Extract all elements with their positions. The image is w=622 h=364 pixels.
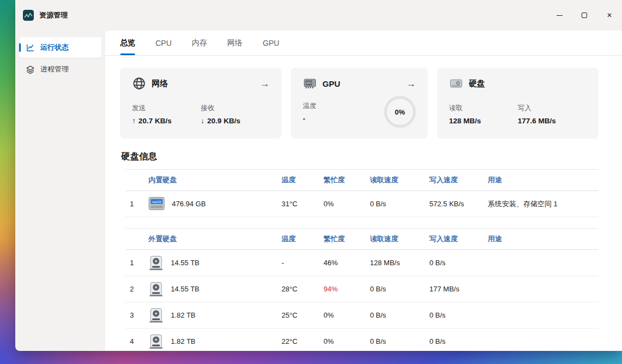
disk-busy: 0% — [324, 200, 370, 208]
window-controls: ✕ — [547, 0, 622, 31]
column-header-read-speed: 读取速度 — [370, 175, 429, 185]
disk-read-speed: 0 B/s — [370, 200, 429, 208]
send-label: 发送 — [132, 104, 201, 113]
tab-gpu[interactable]: GPU — [263, 31, 279, 55]
gpu-usage-gauge: 0% — [384, 96, 416, 128]
disk-temperature: 25°C — [282, 311, 324, 319]
disk-write-speed: 0 B/s — [429, 311, 488, 319]
hard-drive-icon — [449, 76, 463, 91]
disk-write-speed: 572.5 KB/s — [429, 200, 488, 208]
receive-value: 20.9 KB/s — [207, 117, 241, 125]
window-title: 资源管理 — [39, 10, 68, 20]
disk-temperature: 22°C — [282, 337, 324, 345]
gpu-temp-value: - — [303, 115, 306, 123]
disk-busy: 0% — [324, 311, 370, 319]
disk-usage: 系统安装、存储空间 1 — [488, 199, 599, 209]
sidebar: 运行状态 进程管理 — [15, 31, 105, 351]
tab-overview[interactable]: 总览 — [120, 31, 135, 55]
disk-capacity: 1.82 TB — [171, 311, 195, 319]
disk-read-speed: 0 B/s — [370, 337, 429, 345]
disk-capacity: 476.94 GB — [172, 200, 206, 208]
column-header-read-speed: 读取速度 — [370, 234, 429, 244]
row-index: 1 — [125, 200, 148, 208]
column-header-busy: 繁忙度 — [324, 175, 370, 185]
internal-disk-table-header: 内置硬盘 温度 繁忙度 读取速度 写入速度 用途 — [125, 169, 599, 191]
sidebar-item-label: 运行状态 — [40, 43, 69, 52]
disk-read-speed: 128 MB/s — [370, 259, 429, 267]
minimize-button[interactable] — [547, 0, 572, 31]
receive-label: 接收 — [201, 104, 270, 113]
internal-disk-icon: macOS — [148, 196, 165, 211]
disk-read-speed: 0 B/s — [370, 285, 429, 293]
titlebar[interactable]: 资源管理 ✕ — [15, 0, 622, 31]
disk-write-value: 177.6 MB/s — [518, 117, 556, 125]
close-button[interactable]: ✕ — [597, 0, 622, 31]
disk-card[interactable]: 硬盘 读取 128 MB/s 写入 177.6 MB/s — [437, 68, 599, 139]
minimize-icon — [557, 15, 563, 16]
maximize-button[interactable] — [572, 0, 597, 31]
table-row: 1 14.55 TB — [125, 250, 599, 276]
send-value: 20.7 KB/s — [139, 117, 172, 125]
disk-info-title: 硬盘信息 — [121, 151, 599, 163]
app-window: 资源管理 ✕ 运行状态 — [15, 0, 622, 351]
network-card-title: 网络 — [152, 79, 168, 89]
disk-read-label: 读取 — [449, 104, 518, 113]
svg-text:GPU: GPU — [306, 82, 312, 85]
tab-cpu[interactable]: CPU — [156, 31, 172, 55]
column-header-write-speed: 写入速度 — [429, 175, 488, 185]
sidebar-item-process-management[interactable]: 进程管理 — [19, 59, 101, 80]
external-disk-table-header: 外置硬盘 温度 繁忙度 读取速度 写入速度 用途 — [125, 228, 599, 250]
arrow-right-icon[interactable]: → — [260, 79, 270, 88]
table-row: 1 macOS 476.94 — [125, 191, 599, 217]
disk-write-speed: 177 MB/s — [429, 285, 488, 293]
arrow-right-icon[interactable]: → — [406, 79, 416, 88]
disk-write-speed: 0 B/s — [429, 337, 488, 345]
maximize-icon — [582, 13, 587, 18]
tab-bar: 总览 CPU 内存 网络 GPU — [105, 31, 622, 56]
disk-temperature: - — [282, 259, 324, 267]
disk-write-label: 写入 — [518, 104, 587, 113]
layers-icon — [26, 65, 35, 74]
column-header-usage: 用途 — [488, 175, 599, 185]
tab-network[interactable]: 网络 — [228, 31, 243, 55]
internal-disk-table: 内置硬盘 温度 繁忙度 读取速度 写入速度 用途 1 — [125, 169, 599, 217]
gpu-card-title: GPU — [322, 79, 340, 88]
globe-icon — [132, 76, 146, 91]
sidebar-item-label: 进程管理 — [40, 64, 69, 74]
disk-capacity: 1.82 TB — [171, 337, 195, 345]
gpu-chip-icon: GPU — [303, 76, 317, 91]
summary-cards: 网络 → 发送 ↑ 20.7 KB/s — [120, 68, 599, 139]
sidebar-item-running-status[interactable]: 运行状态 — [19, 37, 101, 58]
gpu-temp-label: 温度 — [303, 102, 372, 111]
table-row: 2 14.55 TB — [125, 276, 599, 302]
tab-memory[interactable]: 内存 — [192, 31, 207, 55]
row-index: 2 — [125, 285, 148, 293]
table-row: 3 1.82 TB — [125, 302, 599, 329]
column-header-temperature: 温度 — [282, 175, 324, 185]
svg-text:macOS: macOS — [152, 200, 162, 204]
disk-card-title: 硬盘 — [469, 79, 485, 89]
column-header-write-speed: 写入速度 — [429, 234, 488, 244]
app-icon — [23, 10, 34, 21]
row-index: 4 — [125, 337, 148, 345]
gpu-card[interactable]: GPU GPU → 温度 — [291, 68, 428, 139]
external-disk-icon — [148, 334, 164, 349]
line-chart-icon — [26, 43, 35, 52]
table-row: 4 1.82 TB — [125, 329, 599, 351]
disk-busy: 0% — [324, 337, 370, 345]
column-header-internal-disk: 内置硬盘 — [148, 175, 282, 185]
download-arrow-icon: ↓ — [201, 117, 205, 125]
disk-busy: 46% — [324, 259, 370, 267]
row-index: 3 — [125, 311, 148, 319]
external-disk-icon — [148, 255, 164, 271]
disk-read-speed: 0 B/s — [370, 311, 429, 319]
main-panel: 总览 CPU 内存 网络 GPU — [105, 31, 622, 351]
disk-temperature: 31°C — [282, 200, 324, 208]
external-disk-table: 外置硬盘 温度 繁忙度 读取速度 写入速度 用途 1 — [125, 228, 599, 351]
gpu-usage-value: 0% — [395, 108, 405, 116]
disk-temperature: 28°C — [282, 285, 324, 293]
external-disk-icon — [148, 282, 164, 297]
network-card[interactable]: 网络 → 发送 ↑ 20.7 KB/s — [120, 68, 282, 139]
disk-busy-alert: 94% — [324, 285, 370, 293]
disk-write-speed: 0 B/s — [429, 259, 488, 267]
